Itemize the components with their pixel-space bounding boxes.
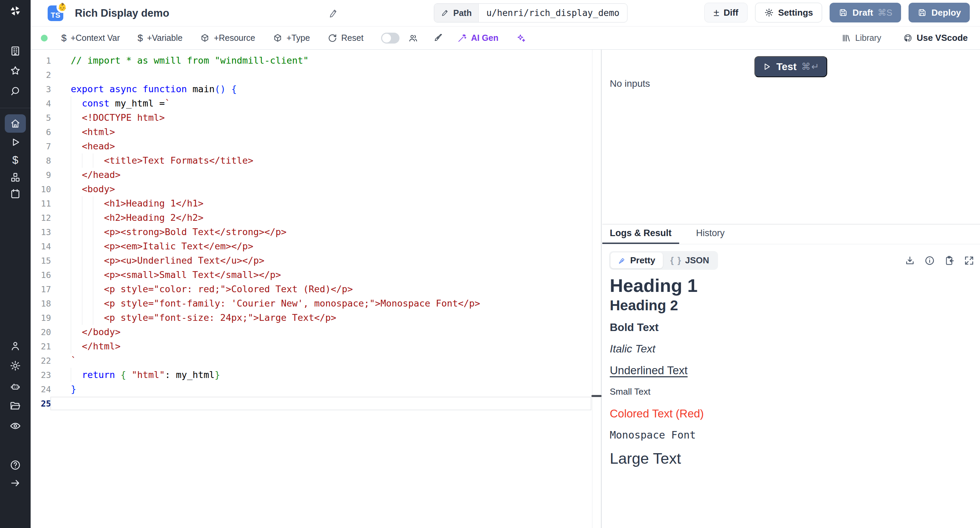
reset-button[interactable]: Reset	[328, 33, 363, 43]
sparkles-icon[interactable]	[516, 33, 526, 43]
line-number: 21	[30, 342, 51, 351]
code-text: <h1>Heading 1</h1>	[71, 196, 592, 211]
audit-eye-icon[interactable]	[9, 420, 21, 432]
search-icon[interactable]	[9, 85, 21, 97]
runs-play-icon[interactable]	[9, 136, 21, 148]
settings-button[interactable]: Settings	[755, 3, 822, 22]
output-italic: Italic Text	[610, 343, 973, 355]
code-editor[interactable]: 1// import * as wmill from "windmill-cli…	[30, 50, 592, 528]
code-line: 23 return { "html": my_html}	[30, 368, 592, 382]
code-line: 10 <body>	[30, 182, 592, 196]
code-line: 13 <p><strong>Bold Text</strong></p>	[30, 225, 592, 239]
diff-button[interactable]: ± Diff	[705, 3, 748, 22]
user-icon[interactable]	[9, 340, 21, 352]
line-number: 6	[30, 127, 51, 137]
schedules-calendar-icon[interactable]	[9, 188, 21, 200]
output-underline: Underlined Text	[610, 364, 973, 377]
panel-splitter[interactable]	[592, 50, 601, 528]
multiplayer-users-icon[interactable]	[408, 33, 418, 43]
deploy-button[interactable]: Deploy	[908, 3, 970, 22]
code-text: return { "html": my_html}	[71, 368, 592, 382]
add-variable-button[interactable]: $ +Variable	[137, 33, 182, 43]
format-brush-icon[interactable]	[433, 33, 442, 43]
result-actions	[904, 255, 975, 266]
add-resource-button[interactable]: +Resource	[200, 33, 255, 43]
line-number: 24	[30, 385, 51, 394]
run-panel: Test ⌘↵ No inputs	[602, 50, 980, 224]
library-button[interactable]: Library	[842, 33, 881, 43]
draft-button[interactable]: Draft ⌘S	[830, 3, 901, 22]
code-text: <p><u>Underlined Text</u></p>	[71, 253, 592, 268]
code-text: <title>Text Formats</title>	[71, 153, 592, 168]
code-text: </head>	[71, 168, 592, 182]
code-line: 24}	[30, 382, 592, 396]
collapse-arrow-icon[interactable]	[9, 477, 21, 489]
code-line: 2	[30, 68, 592, 82]
page-title: Rich Display demo	[75, 7, 169, 19]
windmill-logo[interactable]	[9, 5, 21, 17]
add-type-button[interactable]: +Type	[273, 33, 310, 43]
library-icon	[842, 33, 851, 43]
test-shortcut: ⌘↵	[801, 61, 820, 72]
tab-history[interactable]: History	[689, 224, 732, 244]
workers-robot-icon[interactable]	[9, 381, 21, 393]
path-value[interactable]: u/henri/rich_display_demo	[479, 4, 627, 22]
use-vscode-button[interactable]: Use VScode	[903, 33, 968, 43]
home-icon[interactable]	[9, 118, 21, 130]
ai-gen-button[interactable]: AI Gen	[457, 33, 498, 43]
folders-icon[interactable]	[9, 400, 21, 412]
view-json[interactable]: { } JSON	[663, 253, 717, 269]
line-number: 22	[30, 356, 51, 366]
code-line: 9 </head>	[30, 168, 592, 182]
result-tabs: Logs & Result History	[602, 224, 980, 244]
status-dot	[41, 35, 48, 41]
path-field[interactable]: Path u/henri/rich_display_demo	[434, 3, 627, 22]
copy-clipboard-icon[interactable]	[944, 255, 955, 266]
code-text: <p><em>Italic Text</em></p>	[71, 239, 592, 253]
output-large: Large Text	[610, 450, 973, 468]
line-number: 18	[30, 299, 51, 309]
splitter-grip[interactable]	[592, 395, 601, 397]
tab-logs-result[interactable]: Logs & Result	[602, 224, 679, 244]
view-pretty[interactable]: Pretty	[611, 253, 663, 269]
resources-cubes-icon[interactable]	[9, 172, 21, 184]
code-line: 20 </body>	[30, 325, 592, 339]
expand-icon[interactable]	[964, 255, 975, 266]
path-label: Path	[453, 8, 472, 18]
line-number: 23	[30, 370, 51, 380]
code-line: 5 <!DOCTYPE html>	[30, 111, 592, 125]
settings-gear-icon[interactable]	[9, 359, 21, 372]
help-icon[interactable]	[9, 459, 21, 471]
assistant-toggle[interactable]	[381, 33, 399, 43]
add-context-var-button[interactable]: $ +Context Var	[61, 33, 120, 43]
download-icon[interactable]	[904, 255, 915, 266]
line-number: 7	[30, 142, 51, 151]
dollar-icon: $	[61, 33, 67, 43]
pencil-icon	[441, 9, 449, 17]
output-h2: Heading 2	[610, 298, 973, 313]
variables-dollar-icon[interactable]: $	[9, 154, 21, 166]
code-text	[71, 68, 592, 82]
script-emoji: 👶	[56, 2, 68, 13]
code-text: <p><strong>Bold Text</strong></p>	[71, 225, 592, 239]
info-icon[interactable]	[924, 255, 935, 266]
octocat-icon	[903, 33, 913, 43]
code-line: 11 <h1>Heading 1</h1>	[30, 196, 592, 211]
code-line: 21 </html>	[30, 339, 592, 353]
result-panel: Logs & Result History Pretty { } JSON	[602, 224, 980, 528]
favorites-star-icon[interactable]	[9, 65, 21, 77]
test-button[interactable]: Test ⌘↵	[754, 56, 827, 77]
toolbar-right: Library Use VScode	[842, 33, 971, 43]
toggle-knob	[382, 34, 391, 43]
output-h1: Heading 1	[610, 275, 973, 296]
line-number: 2	[30, 70, 51, 80]
code-text: <body>	[71, 182, 592, 196]
edit-summary-pencil-icon[interactable]	[328, 8, 339, 18]
line-number: 9	[30, 170, 51, 180]
code-text: <p style="font-size: 24px;">Large Text</…	[71, 311, 592, 325]
output-red: Colored Text (Red)	[610, 407, 973, 420]
sidebar: $	[0, 0, 30, 528]
line-number: 15	[30, 256, 51, 266]
package-icon	[200, 33, 210, 43]
workspace-building-icon[interactable]	[9, 45, 21, 57]
